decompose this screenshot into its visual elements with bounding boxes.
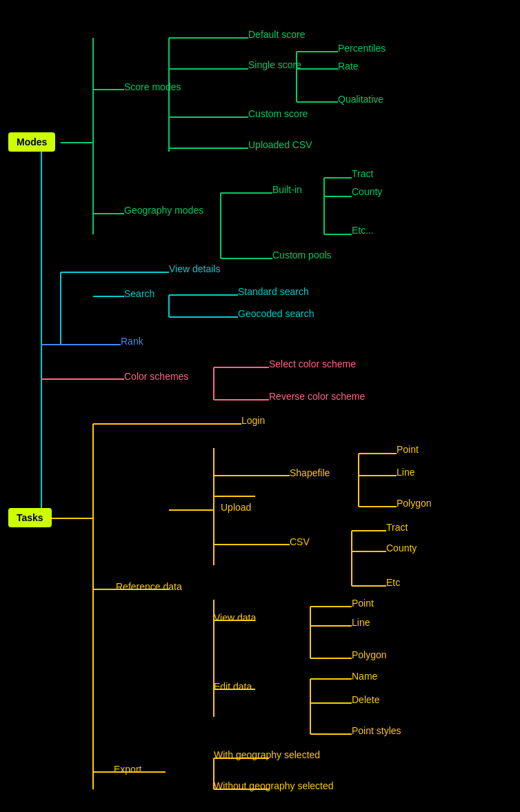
- export-label: Export: [114, 764, 141, 775]
- tract-csv-label: Tract: [386, 522, 408, 533]
- tasks-box: Tasks: [8, 508, 52, 527]
- geography-modes-label: Geography modes: [124, 205, 203, 216]
- custom-score-label: Custom score: [248, 108, 308, 119]
- tract-modes-label: Tract: [352, 168, 373, 179]
- single-score-label: Single score: [248, 59, 301, 70]
- geocoded-search-label: Geocoded search: [238, 308, 314, 319]
- score-modes-label: Score modes: [124, 81, 181, 92]
- line-view-label: Line: [352, 617, 370, 628]
- etc-modes-label: Etc...: [352, 225, 374, 236]
- point-view-label: Point: [352, 598, 374, 609]
- with-geo-label: With geography selected: [214, 749, 320, 760]
- line-shape-label: Line: [397, 467, 414, 478]
- rate-label: Rate: [338, 61, 359, 72]
- rank-label: Rank: [121, 336, 143, 347]
- delete-edit-label: Delete: [352, 694, 379, 705]
- standard-search-label: Standard search: [238, 286, 309, 297]
- polygon-view-label: Polygon: [352, 649, 387, 660]
- select-color-label: Select color scheme: [269, 358, 356, 369]
- point-shape-label: Point: [397, 444, 419, 455]
- edit-data-label: Edit data: [214, 681, 252, 692]
- percentiles-label: Percentiles: [338, 43, 386, 54]
- search-label: Search: [124, 288, 154, 299]
- uploaded-csv-label: Uploaded CSV: [248, 139, 312, 150]
- qualitative-label: Qualitative: [338, 94, 383, 105]
- built-in-label: Built-in: [272, 184, 302, 195]
- polygon-shape-label: Polygon: [397, 498, 432, 509]
- without-geo-label: Without geography selected: [214, 780, 334, 791]
- county-modes-label: County: [352, 186, 382, 197]
- modes-box: Modes: [8, 132, 55, 152]
- shapefile-label: Shapefile: [290, 467, 330, 478]
- reverse-color-label: Reverse color scheme: [269, 391, 365, 402]
- view-details-label: View details: [169, 263, 220, 274]
- login-label: Login: [241, 415, 265, 426]
- color-schemes-label: Color schemes: [124, 371, 188, 382]
- csv-label: CSV: [290, 536, 310, 547]
- view-data-label: View data: [214, 612, 256, 623]
- reference-data-label: Reference data: [116, 581, 182, 592]
- default-score-label: Default score: [248, 29, 305, 40]
- mindmap-diagram: Modes Score modes Default score Single s…: [0, 0, 520, 812]
- custom-pools-label: Custom pools: [272, 250, 332, 261]
- name-edit-label: Name: [352, 671, 377, 682]
- etc-csv-label: Etc: [386, 577, 400, 588]
- point-styles-label: Point styles: [352, 725, 401, 736]
- upload-label: Upload: [221, 502, 251, 513]
- county-csv-label: County: [386, 542, 417, 554]
